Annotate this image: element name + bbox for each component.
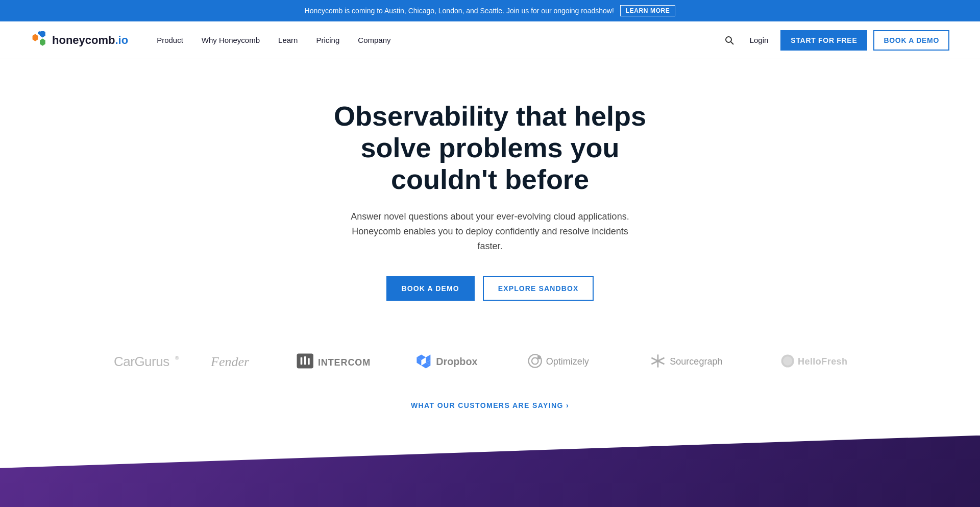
svg-marker-2 [40,38,45,45]
book-demo-hero-button[interactable]: BOOK A DEMO [386,276,475,301]
hero-subtitle: Answer novel questions about your ever-e… [347,209,633,253]
sourcegraph-logo: Sourcegraph [645,352,744,370]
fender-logo: Fender [211,352,262,370]
nav-learn[interactable]: Learn [270,32,306,49]
intercom-logo: INTERCOM [292,352,379,370]
announcement-text: Honeycomb is coming to Austin, Chicago, … [305,7,614,15]
sourcegraph-logo-svg: Sourcegraph [645,352,744,370]
svg-point-29 [783,356,792,366]
dropbox-logo: Dropbox [410,352,492,370]
hellofresh-logo-svg: HelloFresh [775,352,867,370]
logos-row: CarGurus ® Fender INTERCOM [31,352,949,370]
optimizely-logo-svg: Optimizely [522,352,614,370]
svg-rect-12 [308,358,310,365]
nav-pricing[interactable]: Pricing [308,32,348,49]
svg-text:Fender: Fender [211,354,250,369]
book-demo-nav-button[interactable]: BOOK A DEMO [873,30,949,51]
svg-point-21 [531,357,538,364]
logo[interactable]: honeycomb.io [31,31,128,50]
cargurus-logo-svg: CarGurus ® [114,352,180,370]
svg-text:INTERCOM: INTERCOM [317,357,370,368]
svg-rect-10 [300,357,302,364]
nav-actions: Login START FOR FREE BOOK A DEMO [721,30,949,51]
dropbox-logo-svg: Dropbox [410,352,492,370]
search-button[interactable] [721,32,738,49]
svg-point-4 [726,37,731,42]
optimizely-logo: Optimizely [522,352,614,370]
nav-why-honeycomb[interactable]: Why Honeycomb [193,32,268,49]
svg-text:®: ® [175,355,179,361]
customers-link[interactable]: WHAT OUR CUSTOMERS ARE SAYING › [411,401,569,409]
hero-subtitle-line1: Answer novel questions about your ever-e… [351,211,629,222]
learn-more-button[interactable]: LEARN MORE [620,5,676,16]
nav-company[interactable]: Company [350,32,399,49]
search-icon [724,35,734,45]
svg-marker-0 [33,34,38,41]
customers-cta: WHAT OUR CUSTOMERS ARE SAYING › [0,391,980,430]
explore-sandbox-button[interactable]: EXPLORE SANDBOX [483,276,594,301]
svg-text:CarGurus: CarGurus [114,354,169,369]
fender-logo-svg: Fender [211,352,262,370]
svg-text:HelloFresh: HelloFresh [798,356,848,367]
start-for-free-button[interactable]: START FOR FREE [780,30,867,51]
purple-diagonal-section [0,436,980,507]
svg-line-5 [730,41,733,44]
nav-links: Product Why Honeycomb Learn Pricing Comp… [149,32,721,49]
main-nav: honeycomb.io Product Why Honeycomb Learn… [0,21,980,59]
svg-text:Sourcegraph: Sourcegraph [670,356,722,367]
login-link[interactable]: Login [744,32,775,49]
announcement-banner: Honeycomb is coming to Austin, Chicago, … [0,0,980,21]
hero-subtitle-line2: Honeycomb enables you to deploy confiden… [352,226,628,251]
nav-product[interactable]: Product [149,32,191,49]
cargurus-logo: CarGurus ® [114,352,180,370]
hellofresh-logo: HelloFresh [775,352,867,370]
svg-text:Dropbox: Dropbox [436,356,477,367]
logos-section: CarGurus ® Fender INTERCOM [0,331,980,391]
intercom-logo-svg: INTERCOM [292,352,379,370]
logo-text: honeycomb.io [52,34,128,47]
hero-title: Observability that helps solve problems … [311,100,669,195]
logo-icon [31,31,49,50]
svg-text:Optimizely: Optimizely [546,356,589,367]
hero-buttons: BOOK A DEMO EXPLORE SANDBOX [386,276,594,301]
svg-point-22 [537,355,541,359]
hero-section: Observability that helps solve problems … [0,59,980,331]
svg-rect-11 [304,356,306,365]
